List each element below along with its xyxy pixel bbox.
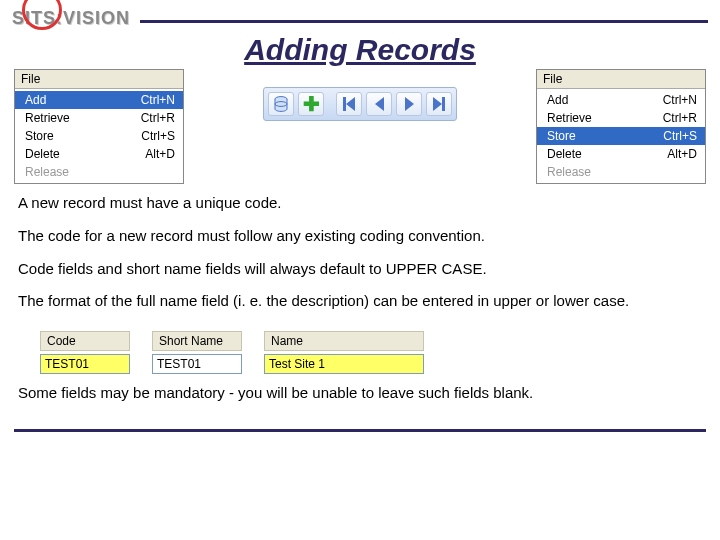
paragraph: Some fields may be mandatory - you will … [18,384,702,403]
short-name-input[interactable] [152,354,242,374]
nav-prev-button[interactable] [366,92,392,116]
menu-item-store[interactable]: Store Ctrl+S [15,127,183,145]
code-input[interactable] [40,354,130,374]
database-icon [274,96,288,112]
paragraph: The code for a new record must follow an… [18,227,702,246]
menu-shortcut: Ctrl+R [141,110,175,126]
menu-label: Retrieve [25,110,70,126]
menu-label: Add [25,92,46,108]
file-menu-right: File Add Ctrl+N Retrieve Ctrl+R Store Ct… [536,69,706,184]
menu-label: Release [547,164,591,180]
header-rule [140,20,708,23]
page-title: Adding Records [0,33,720,67]
menu-label: Add [547,92,568,108]
brand-header: SITS:VISION [0,0,720,29]
menu-label: Delete [547,146,582,162]
toolbar-wrap: ✚ [194,69,526,121]
nav-next-icon [405,97,414,111]
menu-label: Store [547,128,576,144]
menu-label: Release [25,164,69,180]
plus-icon: ✚ [303,94,320,114]
brand-colon: : [56,8,63,28]
field-label: Short Name [152,331,242,351]
menu-title[interactable]: File [15,70,183,89]
menu-item-store[interactable]: Store Ctrl+S [537,127,705,145]
menu-item-release: Release [537,163,705,181]
nav-toolbar: ✚ [263,87,457,121]
brand-right: VISION [63,8,130,28]
field-col-name: Name [264,331,424,374]
menu-shortcut: Ctrl+R [663,110,697,126]
menu-items: Add Ctrl+N Retrieve Ctrl+R Store Ctrl+S … [15,89,183,183]
menu-shortcut: Ctrl+N [141,92,175,108]
body-text-2: Some fields may be mandatory - you will … [0,382,720,423]
nav-first-button[interactable] [336,92,362,116]
brand-logo: SITS:VISION [12,8,130,29]
menu-item-release: Release [15,163,183,181]
file-menu-left: File Add Ctrl+N Retrieve Ctrl+R Store Ct… [14,69,184,184]
menu-items: Add Ctrl+N Retrieve Ctrl+R Store Ctrl+S … [537,89,705,183]
menu-shortcut: Ctrl+N [663,92,697,108]
menu-shortcut: Ctrl+S [141,128,175,144]
menu-item-add[interactable]: Add Ctrl+N [15,91,183,109]
toolbar-separator [328,92,332,116]
footer-rule [14,429,706,432]
menu-shortcut: Alt+D [667,146,697,162]
menu-item-retrieve[interactable]: Retrieve Ctrl+R [15,109,183,127]
field-col-short: Short Name [152,331,242,374]
menu-item-delete[interactable]: Delete Alt+D [15,145,183,163]
add-button[interactable]: ✚ [298,92,324,116]
menu-item-add[interactable]: Add Ctrl+N [537,91,705,109]
name-input[interactable] [264,354,424,374]
menu-label: Delete [25,146,60,162]
paragraph: A new record must have a unique code. [18,194,702,213]
nav-last-button[interactable] [426,92,452,116]
field-label: Name [264,331,424,351]
menu-item-retrieve[interactable]: Retrieve Ctrl+R [537,109,705,127]
menu-item-delete[interactable]: Delete Alt+D [537,145,705,163]
nav-prev-icon [375,97,384,111]
nav-next-button[interactable] [396,92,422,116]
menu-label: Store [25,128,54,144]
field-col-code: Code [40,331,130,374]
paragraph: Code fields and short name fields will a… [18,260,702,279]
nav-first-icon [343,97,355,111]
menus-row: File Add Ctrl+N Retrieve Ctrl+R Store Ct… [0,69,720,184]
brand-left: SITS [12,8,56,28]
body-text: A new record must have a unique code. Th… [0,184,720,331]
fields-example: Code Short Name Name [0,331,720,382]
paragraph: The format of the full name field (i. e.… [18,292,702,311]
menu-shortcut: Ctrl+S [663,128,697,144]
field-label: Code [40,331,130,351]
nav-last-icon [433,97,445,111]
menu-shortcut: Alt+D [145,146,175,162]
menu-title[interactable]: File [537,70,705,89]
menu-label: Retrieve [547,110,592,126]
retrieve-button[interactable] [268,92,294,116]
